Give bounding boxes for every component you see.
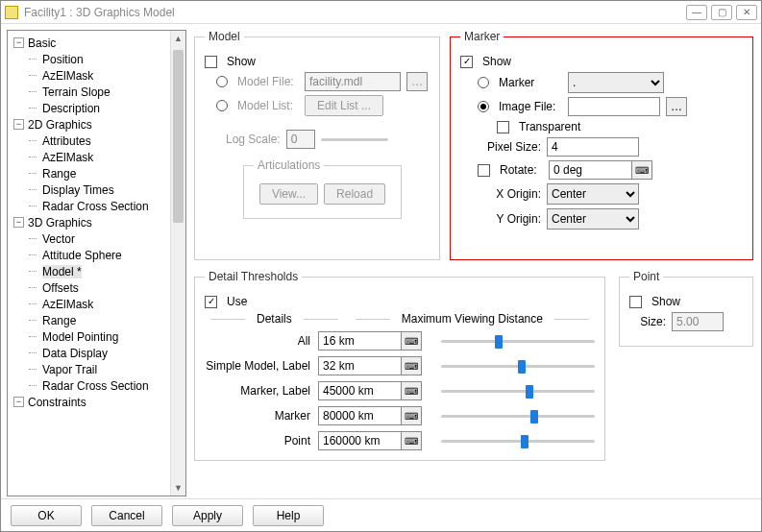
transparent-label: Transparent [519, 120, 580, 133]
point-group: Point Show Size: [619, 270, 753, 347]
image-file-input[interactable] [568, 97, 660, 116]
tree-item[interactable]: AzElMask [8, 296, 185, 312]
tree-item[interactable]: Radar Cross Section [8, 377, 185, 394]
rotate-input[interactable] [549, 160, 631, 180]
help-button[interactable]: Help [253, 505, 324, 526]
tree-group-label[interactable]: Constraints [28, 396, 86, 409]
expander-icon[interactable]: − [13, 217, 24, 228]
detail-slider[interactable] [441, 357, 595, 375]
window-title: Facility1 : 3D Graphics Model [24, 6, 686, 19]
detail-row-label: Simple Model, Label [205, 359, 310, 373]
tree-item[interactable]: Data Display [8, 345, 185, 361]
unit-button[interactable]: ⌨ [401, 356, 422, 375]
scrollbar-thumb[interactable] [173, 50, 184, 223]
unit-button[interactable]: ⌨ [401, 331, 422, 351]
unit-button[interactable]: ⌨ [401, 431, 422, 450]
tree-item[interactable]: AzElMask [8, 149, 185, 165]
detail-row-label: Marker, Label [205, 384, 310, 398]
tree-group-label[interactable]: 2D Graphics [28, 118, 92, 132]
point-size-input [672, 312, 724, 331]
transparent-checkbox[interactable] [497, 121, 509, 133]
expander-icon[interactable]: − [13, 397, 24, 407]
image-file-radio[interactable] [478, 101, 489, 112]
tree-item[interactable]: AzElMask [8, 67, 185, 84]
details-header: Details [257, 312, 292, 326]
mvd-header: Maximum Viewing Distance [402, 312, 543, 326]
tree-item[interactable]: Vector [8, 230, 185, 247]
tree-item[interactable]: Description [8, 100, 185, 116]
model-show-label: Show [227, 55, 256, 68]
detail-thresholds-group: Detail Thresholds Use Details Maximum Vi… [194, 270, 605, 461]
expander-icon[interactable]: − [13, 37, 24, 48]
tree-item[interactable]: Vapor Trail [8, 361, 185, 377]
expander-icon[interactable]: − [13, 119, 24, 130]
marker-style-select[interactable]: . [568, 72, 664, 93]
detail-legend: Detail Thresholds [205, 270, 302, 283]
rotate-unit-button[interactable]: ⌨ [631, 160, 652, 180]
rotate-checkbox[interactable] [478, 164, 490, 177]
scroll-up-icon[interactable]: ▲ [171, 31, 185, 46]
maximize-button[interactable]: ▢ [711, 5, 732, 20]
pixel-size-input[interactable] [547, 137, 639, 157]
tree-scrollbar[interactable]: ▲ ▼ [170, 31, 185, 496]
model-list-radio [216, 100, 228, 111]
tree-item[interactable]: Model Pointing [8, 328, 185, 345]
marker-style-radio[interactable] [478, 77, 489, 88]
tree-item[interactable]: Terrain Slope [8, 84, 185, 100]
detail-value-input[interactable] [318, 331, 401, 351]
log-scale-input [286, 130, 315, 149]
minimize-button[interactable]: — [686, 5, 707, 20]
point-show-label: Show [651, 295, 680, 308]
model-legend: Model [205, 30, 244, 43]
tree-item[interactable]: Position [8, 51, 185, 67]
unit-button[interactable]: ⌨ [401, 406, 422, 425]
apply-button[interactable]: Apply [172, 505, 243, 526]
model-file-browse-button: … [406, 72, 428, 91]
detail-row-label: All [205, 334, 310, 348]
detail-slider[interactable] [441, 382, 595, 399]
log-scale-slider [321, 131, 388, 148]
tree-item[interactable]: Model * [8, 263, 185, 279]
detail-use-checkbox[interactable] [205, 296, 217, 308]
ok-button[interactable]: OK [11, 505, 82, 526]
articulations-group: Articulations View... Reload [243, 158, 402, 219]
detail-value-input[interactable] [318, 406, 401, 425]
tree-group-label[interactable]: 3D Graphics [28, 216, 92, 230]
detail-slider[interactable] [441, 432, 595, 449]
image-file-browse-button[interactable]: … [666, 97, 687, 116]
main-panel: Model Show Model File: … Model List: [186, 24, 761, 498]
model-file-radio [216, 76, 228, 87]
tree-item[interactable]: Radar Cross Section [8, 198, 185, 214]
edit-list-button: Edit List ... [305, 95, 383, 116]
model-file-input [305, 72, 401, 91]
marker-show-checkbox[interactable] [460, 56, 473, 68]
tree-group-label[interactable]: Basic [28, 36, 56, 50]
detail-value-input[interactable] [318, 356, 401, 375]
detail-value-input[interactable] [318, 381, 401, 400]
tree-item[interactable]: Offsets [8, 279, 185, 296]
tree-item[interactable]: Attributes [8, 133, 185, 149]
detail-slider[interactable] [441, 332, 595, 350]
nav-tree[interactable]: −BasicPositionAzElMaskTerrain SlopeDescr… [7, 30, 186, 496]
point-legend: Point [629, 270, 663, 283]
cancel-button[interactable]: Cancel [91, 505, 162, 526]
tree-item[interactable]: Display Times [8, 181, 185, 198]
dialog-window: Facility1 : 3D Graphics Model — ▢ ✕ −Bas… [0, 0, 762, 532]
detail-slider[interactable] [441, 407, 595, 424]
y-origin-select[interactable]: Center [547, 208, 639, 230]
detail-value-input[interactable] [318, 431, 401, 450]
unit-button[interactable]: ⌨ [401, 381, 422, 400]
model-show-checkbox[interactable] [205, 56, 217, 68]
articulations-legend: Articulations [254, 158, 324, 172]
titlebar: Facility1 : 3D Graphics Model — ▢ ✕ [1, 1, 761, 24]
point-show-checkbox[interactable] [629, 296, 642, 308]
scroll-down-icon[interactable]: ▼ [171, 480, 185, 496]
tree-item[interactable]: Range [8, 165, 185, 181]
close-button[interactable]: ✕ [736, 5, 757, 20]
x-origin-select[interactable]: Center [547, 183, 639, 205]
tree-item[interactable]: Range [8, 312, 185, 328]
button-bar: OK Cancel Apply Help [1, 498, 761, 531]
tree-item[interactable]: Attitude Sphere [8, 247, 185, 263]
image-file-label: Image File: [499, 100, 562, 113]
view-button: View... [259, 183, 318, 205]
